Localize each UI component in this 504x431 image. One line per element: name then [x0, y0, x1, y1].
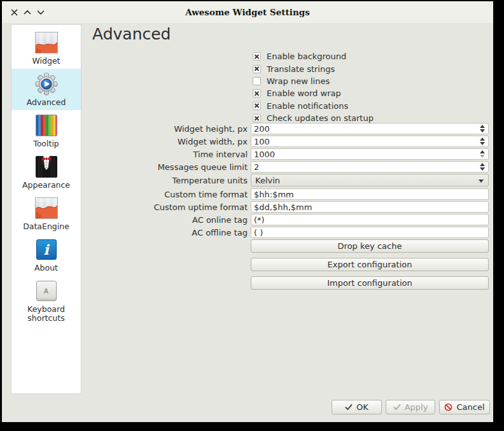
widget-height-spinbox[interactable]	[251, 123, 489, 134]
form-row-widget-width: Widget width, px	[91, 136, 489, 147]
custom-uptime-format-field[interactable]	[251, 201, 489, 213]
drop-key-cache-button[interactable]: Drop key cache	[251, 239, 489, 253]
sidebar-item-keyboard-shortcuts[interactable]: A Keyboard shortcuts	[11, 276, 81, 328]
widget-height-input[interactable]	[251, 123, 489, 134]
spinner-arrows[interactable]	[478, 161, 487, 173]
checkbox[interactable]	[253, 77, 261, 85]
spinner-arrows[interactable]	[478, 123, 487, 134]
checkbox-label: Check updates on startup	[267, 113, 374, 123]
action-button-row: Drop key cache	[91, 239, 489, 255]
checkbox-row-wrap-new-lines[interactable]: Wrap new lines	[253, 75, 374, 87]
check-icon	[345, 404, 353, 411]
form-row-temperature-units: Temperature units Kelvin	[91, 174, 489, 187]
checkbox-row-enable-background[interactable]: Enable background	[253, 50, 374, 62]
spinner-arrows[interactable]	[478, 136, 487, 147]
time-interval-input[interactable]	[251, 148, 489, 160]
cancel-button[interactable]: Cancel	[439, 400, 490, 414]
check-x-icon	[253, 102, 260, 110]
sidebar-item-label: Keyboard shortcuts	[11, 305, 81, 323]
sidebar-item-label: Appearance	[22, 181, 70, 190]
cancel-button-label: Cancel	[456, 402, 484, 412]
field-label: Widget height, px	[91, 124, 251, 134]
widget-width-input[interactable]	[251, 136, 489, 147]
check-x-icon	[253, 115, 260, 122]
ac-offline-tag-input[interactable]	[251, 227, 489, 238]
gear-play-icon	[34, 72, 59, 96]
checkbox[interactable]	[253, 114, 261, 122]
field-label: Messages queue limit	[91, 162, 251, 172]
action-button-row: Export configuration	[91, 258, 489, 274]
form-row-ac-offline-tag: AC offline tag	[91, 227, 489, 238]
check-icon	[393, 404, 401, 411]
messages-queue-spinbox[interactable]	[251, 161, 489, 173]
checkbox[interactable]	[253, 89, 261, 97]
spin-up-icon[interactable]	[480, 138, 485, 141]
checkbox-label: Enable word wrap	[267, 88, 341, 98]
spin-down-icon[interactable]	[480, 129, 485, 132]
widget-width-spinbox[interactable]	[251, 136, 489, 147]
key-cap-icon: A	[34, 279, 59, 303]
settings-window: Awesome Widget Settings	[2, 1, 493, 422]
sidebar-item-dataengine[interactable]: DataEngine	[11, 193, 81, 234]
spin-down-icon[interactable]	[480, 167, 485, 171]
tuxedo-icon	[34, 155, 59, 179]
field-label: Custom uptime format	[91, 202, 251, 212]
apply-button-label: Apply	[405, 402, 428, 412]
ac-offline-tag-field[interactable]	[251, 227, 489, 238]
checkbox[interactable]	[253, 65, 261, 73]
sidebar-item-advanced[interactable]: Advanced	[11, 69, 81, 110]
sidebar-item-label: Advanced	[27, 98, 66, 107]
field-label: AC online tag	[91, 215, 251, 225]
ok-button[interactable]: OK	[332, 400, 382, 414]
titlebar: Awesome Widget Settings	[2, 1, 493, 23]
field-label: Time interval	[91, 150, 251, 159]
form-row-custom-time-format: Custom time format	[91, 188, 489, 200]
sidebar-item-label: Tooltip	[33, 139, 59, 148]
chevron-down-icon	[479, 180, 484, 183]
checkbox-label: Wrap new lines	[267, 76, 330, 86]
export-configuration-button[interactable]: Export configuration	[251, 258, 489, 271]
custom-time-format-input[interactable]	[251, 188, 489, 200]
form-row-time-interval: Time interval	[91, 148, 489, 160]
import-configuration-button[interactable]: Import configuration	[251, 276, 489, 290]
spin-up-icon[interactable]	[480, 163, 485, 166]
check-x-icon	[253, 53, 260, 60]
ac-online-tag-input[interactable]	[251, 214, 489, 225]
checkbox-group: Enable background Translate strings Wrap…	[253, 50, 374, 124]
key-glyph: A	[44, 288, 48, 295]
spin-up-icon[interactable]	[480, 150, 485, 153]
form: Widget height, px Widget width, px Time	[91, 123, 489, 295]
sidebar-item-label: DataEngine	[23, 222, 69, 231]
spin-down-icon[interactable]	[480, 142, 485, 145]
sidebar-item-tooltip[interactable]: Tooltip	[11, 110, 81, 152]
checkbox[interactable]	[253, 102, 261, 110]
sidebar-item-about[interactable]: i About	[11, 234, 81, 276]
sidebar: Widget	[11, 24, 81, 394]
spin-up-icon[interactable]	[480, 125, 485, 128]
checkbox-row-translate-strings[interactable]: Translate strings	[253, 62, 374, 74]
checkbox-row-enable-word-wrap[interactable]: Enable word wrap	[253, 87, 374, 99]
info-icon: i	[34, 237, 59, 262]
field-label: AC offline tag	[91, 228, 251, 237]
spinner-arrows[interactable]	[478, 148, 487, 160]
info-glyph: i	[43, 243, 48, 257]
temperature-units-combobox[interactable]: Kelvin	[251, 174, 489, 187]
form-row-ac-online-tag: AC online tag	[91, 214, 489, 225]
check-x-icon	[253, 66, 260, 73]
combobox-value: Kelvin	[255, 176, 280, 185]
check-x-icon	[253, 90, 260, 97]
time-interval-spinbox[interactable]	[251, 148, 489, 160]
custom-uptime-format-input[interactable]	[251, 201, 489, 213]
checkbox[interactable]	[253, 52, 261, 60]
ac-online-tag-field[interactable]	[251, 214, 489, 225]
messages-queue-input[interactable]	[251, 161, 489, 173]
sidebar-item-widget[interactable]: Widget	[11, 27, 81, 69]
window-title: Awesome Widget Settings	[2, 1, 493, 23]
sidebar-item-appearance[interactable]: Appearance	[11, 152, 81, 193]
form-row-messages-queue: Messages queue limit	[91, 161, 489, 173]
checkbox-row-enable-notifications[interactable]: Enable notifications	[253, 100, 374, 112]
field-label: Custom time format	[91, 190, 251, 199]
checkbox-label: Enable background	[267, 52, 346, 61]
form-row-custom-uptime-format: Custom uptime format	[91, 201, 489, 213]
custom-time-format-field[interactable]	[251, 188, 489, 200]
